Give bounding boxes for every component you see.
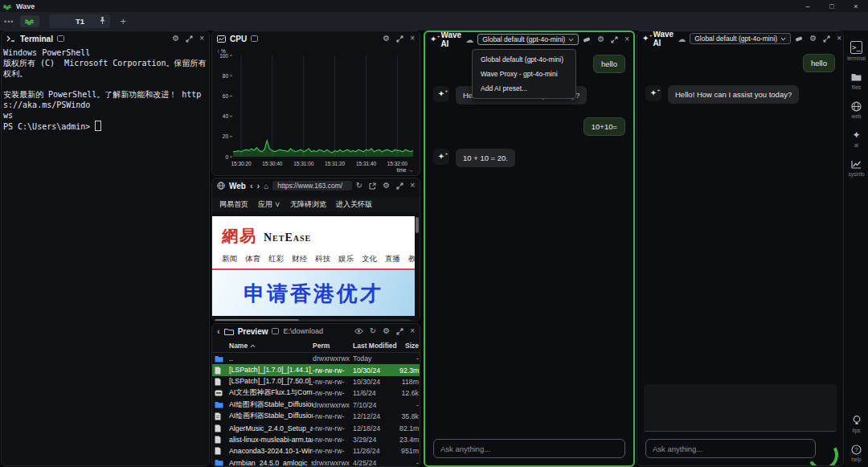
sidebar-item-files[interactable]: files <box>851 72 862 90</box>
home-icon[interactable]: ⌂ <box>264 182 268 190</box>
sidebar-item-help[interactable]: ?help <box>851 444 862 462</box>
site-nav-link[interactable]: 文化 <box>362 254 377 264</box>
site-banner[interactable]: 申请香港优才 <box>212 270 415 316</box>
terminal-header[interactable]: Terminal ⚙ × <box>2 31 209 46</box>
table-row[interactable]: [LSPatch]_[1.7.0]_[7.50.0]_哔... -rw-rw-r… <box>212 376 420 387</box>
video-file-icon <box>215 390 223 396</box>
close-icon[interactable]: × <box>199 35 204 43</box>
magnify-icon[interactable] <box>396 35 403 43</box>
magnify-icon[interactable] <box>186 35 193 43</box>
menu-item[interactable]: Global default (gpt-4o-mini) <box>473 52 575 67</box>
table-row[interactable]: AI文生图神器Flux.1与ComfyUI... -rw-rw-rw- 11/6… <box>212 387 420 399</box>
table-row[interactable]: AlgerMusic_2.4.0_Setup_ar... -rw-rw-rw- … <box>212 422 420 433</box>
sidebar-item-label: web <box>852 113 862 119</box>
table-row[interactable]: .. drwxrwxrwx Today - <box>212 353 420 364</box>
waveai-panel-main: ✦+ Wave AI ☁ Global default (gpt-4o-mini… <box>424 31 635 467</box>
clear-chat-icon[interactable] <box>583 36 591 43</box>
forward-icon[interactable]: › <box>257 182 260 190</box>
model-select[interactable]: Global default (gpt-4o-mini) <box>690 33 791 44</box>
magnify-icon[interactable] <box>611 36 618 43</box>
site-nav-link[interactable]: 教育 <box>408 254 415 264</box>
table-row[interactable]: AI绘画利器Stable_Diffusion本... -rw-rw-rw- 12… <box>212 411 420 422</box>
chat-input[interactable] <box>645 439 816 458</box>
site-nav-link[interactable]: 娱乐 <box>338 254 354 264</box>
table-row[interactable]: Armbian_24.5.0_amlogic_s9... drwxrwxrwx … <box>212 457 420 467</box>
gear-icon[interactable]: ⚙ <box>809 35 817 43</box>
horizontal-scrollbar[interactable] <box>215 319 411 322</box>
file-modified: 3/29/24 <box>353 436 399 444</box>
cpu-header[interactable]: CPU ⚙ × <box>212 31 420 46</box>
waveai-header[interactable]: ✦+ Wave AI ☁ Global default (gpt-4o-mini… <box>637 31 843 46</box>
gear-icon[interactable]: ⚙ <box>383 182 390 190</box>
file-modified: 10/30/24 <box>353 378 399 386</box>
close-icon[interactable]: × <box>410 182 415 190</box>
widget-sidebar: >_terminalfilesweb✦aisysinfo tips?help <box>845 31 868 467</box>
topnav-link[interactable]: 无障碍浏览 <box>290 199 326 210</box>
table-row[interactable]: [LSPatch]_[1.7.0]_[1.44.1]_哔... -rw-rw-r… <box>212 364 420 375</box>
topnav-link[interactable]: 应用 ∨ <box>258 199 280 210</box>
close-icon[interactable]: × <box>837 35 841 43</box>
site-nav-link[interactable]: 直播 <box>385 254 400 264</box>
column-modified[interactable]: Last Modified <box>353 342 399 350</box>
sidebar-item-ai[interactable]: ✦ai <box>852 129 860 148</box>
refresh-icon[interactable]: ↻ <box>370 327 376 335</box>
table-row[interactable]: alist-linux-musleabi-arm.tar.gz -rw-rw-r… <box>212 434 420 445</box>
gear-icon[interactable]: ⚙ <box>383 327 390 335</box>
waveai-header[interactable]: ✦+ Wave AI ☁ Global default (gpt-4o-mini… <box>425 32 633 47</box>
web-header[interactable]: Web ‹ › ⌂ https://www.163.com/ ↻ ⚙ × <box>212 178 420 193</box>
open-external-icon[interactable] <box>369 182 376 190</box>
close-icon[interactable]: × <box>410 35 415 43</box>
topnav-link[interactable]: 网易首页 <box>219 199 248 210</box>
close-icon[interactable]: × <box>410 327 415 335</box>
table-row[interactable]: Anaconda3-2024.10-1-Wind... -rw-rw-rw- 1… <box>212 445 420 457</box>
file-name: Armbian_24.5.0_amlogic_s9... <box>229 459 313 467</box>
close-icon[interactable]: × <box>624 35 629 43</box>
close-window-button[interactable]: × <box>844 0 868 12</box>
add-tab-button[interactable]: + <box>120 16 126 27</box>
eye-icon[interactable] <box>354 328 363 334</box>
column-name[interactable]: Name <box>229 342 313 350</box>
sidebar-item-web[interactable]: web <box>851 100 862 119</box>
preview-header[interactable]: ‹ Preview E:\download ↻ ⚙ × <box>212 324 420 338</box>
sidebar-item-tips[interactable]: tips <box>852 415 860 433</box>
column-perm[interactable]: Perm <box>313 342 353 350</box>
minimize-button[interactable]: – <box>796 0 820 12</box>
magnify-icon[interactable] <box>396 328 403 335</box>
magnify-icon[interactable] <box>823 35 830 43</box>
chat-input[interactable] <box>433 439 625 458</box>
column-size[interactable]: Size <box>399 342 419 350</box>
clear-chat-icon[interactable] <box>795 35 803 43</box>
sysinfo-icon <box>851 158 862 170</box>
site-nav-link[interactable]: 新闻 <box>222 254 237 264</box>
topnav-link[interactable]: 进入关怀版 <box>336 199 372 210</box>
model-select[interactable]: Global default (gpt-4o-mini) <box>477 34 579 45</box>
sidebar-item-sysinfo[interactable]: sysinfo <box>848 158 864 177</box>
gear-icon[interactable]: ⚙ <box>383 35 390 43</box>
back-icon[interactable]: ‹ <box>250 182 253 190</box>
site-nav-link[interactable]: 科技 <box>315 254 330 264</box>
workspace-menu-button[interactable]: ••• <box>4 18 14 26</box>
menu-item[interactable]: Add AI preset... <box>473 81 575 96</box>
sidebar-item-terminal[interactable]: >_terminal <box>847 41 866 61</box>
menu-item[interactable]: Wave Proxy - gpt-4o-mini <box>473 67 575 81</box>
tab-t1[interactable]: T1 <box>49 14 110 28</box>
refresh-icon[interactable]: ↻ <box>356 182 362 190</box>
wave-home-button[interactable] <box>20 15 39 27</box>
gear-icon[interactable]: ⚙ <box>172 35 179 43</box>
terminal-prompt[interactable]: PS C:\Users\admin> <box>2 121 209 132</box>
table-row[interactable]: AI绘图利器Stable_Diffusion如... drwxrwxrwx 7/… <box>212 399 420 411</box>
pin-icon[interactable] <box>99 16 106 25</box>
file-modified: 7/10/24 <box>353 401 399 409</box>
back-icon[interactable]: ‹ <box>217 327 220 336</box>
magnify-icon[interactable] <box>396 182 403 190</box>
file-perm: -rw-rw-rw- <box>313 378 353 386</box>
url-input[interactable]: https://www.163.com/ <box>272 181 351 190</box>
current-path[interactable]: E:\download <box>283 327 323 335</box>
vertical-scrollbar[interactable] <box>416 217 419 320</box>
site-nav-link[interactable]: 体育 <box>245 254 260 264</box>
terminal-output[interactable]: Windows PowerShell 版权所有 (C) Microsoft Co… <box>2 46 209 121</box>
gear-icon[interactable]: ⚙ <box>597 35 604 43</box>
site-nav-link[interactable]: 红彩 <box>268 254 284 264</box>
site-nav-link[interactable]: 财经 <box>292 254 307 264</box>
maximize-button[interactable]: □ <box>820 0 844 12</box>
